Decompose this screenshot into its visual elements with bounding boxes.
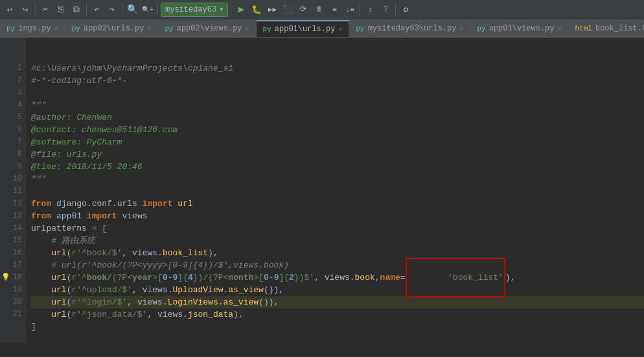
cut-btn[interactable]: ✂ xyxy=(38,3,52,17)
code-editor[interactable]: #c:\Users\johm\PycharmProjects\cplane_s1… xyxy=(26,38,644,343)
str-group2-close: > xyxy=(253,271,259,284)
docstring-file: @file: urls.py xyxy=(31,148,102,161)
run-btn[interactable]: ▶ xyxy=(234,3,248,17)
str-book: r'^book/$' xyxy=(71,247,122,259)
undo-btn[interactable]: ↶ xyxy=(89,3,104,17)
paren5: ( xyxy=(67,296,72,308)
help-btn[interactable]: ? xyxy=(378,3,393,17)
bulb-icon: 💡 xyxy=(1,271,10,284)
code-line-4: """ xyxy=(31,99,644,111)
code-line-8: @file: urls.py xyxy=(31,148,644,161)
settings-btn[interactable]: ⚙ xyxy=(398,3,413,17)
tab-book-list-html[interactable]: html book_list.html ✕ xyxy=(569,20,644,37)
tab-close-app02-views[interactable]: ✕ xyxy=(246,25,249,32)
pause-btn[interactable]: ⏸ xyxy=(312,3,326,17)
tab-app02-views[interactable]: py app02\views.py ✕ xyxy=(159,20,257,37)
comma1: , xyxy=(122,247,132,259)
forward-btn[interactable]: ↪ xyxy=(18,3,32,17)
str-group1: (?P< xyxy=(112,271,132,284)
paste-btn[interactable]: ⧉ xyxy=(69,3,84,17)
func-book3: book xyxy=(355,271,375,284)
sep3 xyxy=(122,4,122,16)
redo-btn[interactable]: ↷ xyxy=(105,3,119,17)
run-with-coverage-btn[interactable]: ▶▶ xyxy=(265,3,279,17)
code-line-21: url ( r'^json_data/$' , views. json_data… xyxy=(31,308,644,321)
code-line-9: @time: 2018/11/5 20:46 xyxy=(31,161,644,173)
back-btn[interactable]: ↩ xyxy=(3,3,17,17)
func-url1: url xyxy=(51,247,66,259)
step-into-btn[interactable]: ↓≋ xyxy=(343,3,357,17)
tab-close-app01-urls[interactable]: ✕ xyxy=(338,25,342,33)
func-url5: url xyxy=(51,296,66,308)
code-line-19: url ( r'^upload/$' , views. UploadView .… xyxy=(31,284,644,296)
vcs-btn[interactable]: ↕ xyxy=(363,3,377,17)
func-as-view1: as_view xyxy=(228,284,264,296)
code-line-5: @author: ChenWen xyxy=(31,111,644,124)
views-ref6: views. xyxy=(157,308,188,321)
kw-from2: from xyxy=(31,210,51,222)
stop-btn[interactable]: ⬛ xyxy=(281,3,295,17)
gutter-12: 10 xyxy=(0,173,22,185)
docstring-software: @software: PyCharm xyxy=(31,136,122,148)
tab-ings[interactable]: py ings.py ✕ xyxy=(0,20,65,37)
tab-icon-mysiteday63-urls: py xyxy=(356,25,364,32)
copy-btn[interactable]: ⎘ xyxy=(54,3,68,17)
tab-app01-views[interactable]: py app01\views.py ✕ xyxy=(471,20,569,37)
str-qty2-close: }) xyxy=(294,271,305,284)
run-config-dropdown[interactable]: mysiteday63 ▾ xyxy=(161,3,228,17)
code-line-13: from app01 import views xyxy=(31,210,644,222)
reload-btn[interactable]: ⟳ xyxy=(296,3,310,17)
tab-close-ings[interactable]: ✕ xyxy=(54,25,58,32)
tab-icon-ings: py xyxy=(6,25,15,32)
str-range1-open: [ xyxy=(157,271,163,284)
tab-app01-urls[interactable]: py app01\urls.py ✕ xyxy=(257,20,350,37)
docstring-contact: @contact: chenwen0511@126.com xyxy=(31,124,178,136)
run-config-name: mysiteday63 xyxy=(165,5,216,14)
tab-icon-app02-urls: py xyxy=(72,25,80,32)
docstring-start: """ xyxy=(31,99,46,111)
tab-app02-urls[interactable]: py app02\urls.py ✕ xyxy=(65,20,159,37)
import-views: views xyxy=(122,210,147,222)
tab-close-mysiteday63-urls[interactable]: ✕ xyxy=(459,25,463,32)
str-qty1-open: { xyxy=(183,271,188,284)
tab-close-app01-views[interactable]: ✕ xyxy=(558,25,562,32)
find-replace-btn[interactable]: 🔍+ xyxy=(141,3,155,17)
gutter-15: 13 xyxy=(0,210,22,222)
docstring-author: @author: ChenWen xyxy=(31,111,112,124)
comment-url-old: # url(r'^book/(?P<yyyy>[0-9]{4})/$',view… xyxy=(31,259,289,271)
str-book3: book/ xyxy=(87,271,112,284)
step-over-btn[interactable]: ≋ xyxy=(327,3,341,17)
code-line-22: ] xyxy=(31,321,644,333)
gutter-10: 8 xyxy=(0,148,22,161)
tab-mysiteday63-urls[interactable]: py mysiteday63\urls.py ✕ xyxy=(349,20,470,37)
tab-label-app02-urls: app02\urls.py xyxy=(84,24,144,33)
find-btn[interactable]: 🔍 xyxy=(125,3,139,17)
debug-btn[interactable]: 🐛 xyxy=(249,3,264,17)
tab-icon-app01-urls: py xyxy=(263,25,271,33)
urlpatterns-var: urlpatterns xyxy=(31,222,87,235)
gutter-3: 1 xyxy=(0,62,22,75)
views-ref5: views. xyxy=(137,296,168,308)
comma4: , xyxy=(132,284,143,296)
eq3: = xyxy=(400,271,406,284)
gutter-1 xyxy=(0,38,22,50)
indent1 xyxy=(31,247,51,259)
comma5: , xyxy=(127,296,137,308)
gutter-23: 21 xyxy=(0,308,22,321)
str-range2-open: [ xyxy=(259,271,264,284)
indent5 xyxy=(31,296,51,308)
paren1: ( xyxy=(67,247,72,259)
str-book-list-name: 'book_list' xyxy=(448,273,503,282)
views-ref1: views. xyxy=(132,247,163,259)
str-month: month xyxy=(228,271,253,284)
comma3b: , xyxy=(375,271,380,284)
str-qty1-val: 4 xyxy=(188,271,193,284)
gutter-6: 4 xyxy=(0,99,22,111)
str-range1-close: ] xyxy=(178,271,183,284)
tab-close-app02-urls[interactable]: ✕ xyxy=(147,25,151,32)
tab-icon-book-list-html: html xyxy=(575,25,592,32)
kw-name: name xyxy=(380,271,400,284)
indent6 xyxy=(31,308,51,321)
tab-label-app02-views: app02\views.py xyxy=(177,24,242,33)
code-line-12: from django.conf.urls import url xyxy=(31,198,644,210)
